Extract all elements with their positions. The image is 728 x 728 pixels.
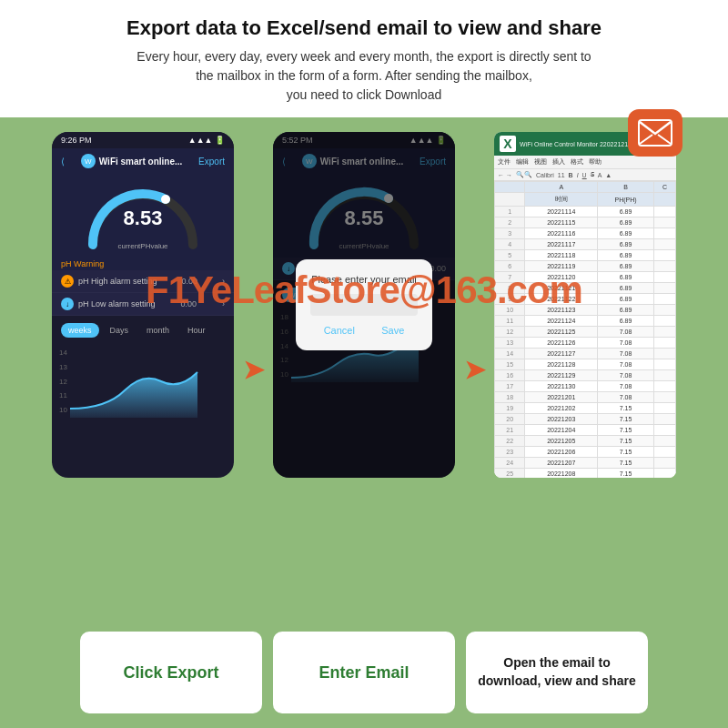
table-row: 22 20221205 7.15 [495,436,676,447]
card-enter-email[interactable]: Enter Email [273,632,455,713]
row-date: 20221118 [525,250,598,261]
phone2-mockup: 5:52 PM ▲▲▲ 🔋 ⟨ W WiFi smart online... E… [273,132,455,478]
tab-hour[interactable]: Hour [180,323,213,338]
row-ph: 6.89 [598,228,654,239]
table-row: 18 20221201 7.08 [495,392,676,403]
row-num: 1 [495,207,525,217]
dialog-buttons: Cancel Save [310,325,418,336]
table-row: 11 20221124 6.89 [495,316,676,327]
tab-days[interactable]: Days [103,323,136,338]
table-row: 3 20221116 6.89 [495,228,676,239]
dialog-overlay: Please enter your email Cancel Save [273,132,455,478]
phone1-high-alarm: ⚠ pH High alarm setting 0.00 › [52,270,234,293]
row-date: 20221122 [525,294,598,305]
table-row: 12 20221125 7.08 [495,327,676,338]
row-num: 6 [495,261,525,272]
row-date: 20221119 [525,261,598,272]
row-ph: 7.15 [598,414,654,425]
row-date: 20221120 [525,272,598,283]
table-row: 4 20221117 6.89 [495,239,676,250]
row-ph: 6.89 [598,239,654,250]
row-num: 9 [495,294,525,305]
table-row: 6 20221119 6.89 [495,261,676,272]
row-ph: 7.08 [598,381,654,392]
row-num: 18 [495,392,525,403]
table-row: 5 20221118 6.89 [495,250,676,261]
row-num: 20 [495,414,525,425]
phone1-week-tabs: weeks Days month Hour [52,316,234,345]
row-ph: 6.89 [598,305,654,316]
row-ph: 6.89 [598,250,654,261]
row-num: 3 [495,228,525,239]
arrow2: ➤ [464,355,485,385]
row-num: 24 [495,458,525,469]
table-row: 25 20221208 7.15 [495,469,676,479]
row-num: 11 [495,316,525,327]
row-ph: 7.15 [598,403,654,414]
bottom-cards: Click Export Enter Email Open the email … [0,622,728,728]
dialog-email-input[interactable] [310,294,418,316]
phone1-gauge: 8.53 currentPHvalue [79,181,207,254]
card-open-email[interactable]: Open the email to download, view and sha… [466,632,648,713]
row-num: 10 [495,305,525,316]
row-ph: 7.08 [598,359,654,370]
phone1-ph-warning: pH Warning [52,258,234,270]
table-row: 2 20221115 6.89 [495,217,676,228]
row-num: 7 [495,272,525,283]
row-ph: 7.08 [598,392,654,403]
row-num: 4 [495,239,525,250]
row-date: 20221115 [525,217,598,228]
screenshots-section: 9:26 PM ▲▲▲ 🔋 ⟨ W WiFi smart online... E… [0,117,728,622]
dialog-title: Please enter your email [310,274,418,285]
row-num: 15 [495,359,525,370]
row-num: 17 [495,381,525,392]
row-num: 5 [495,250,525,261]
row-ph: 7.15 [598,458,654,469]
row-date: 20221204 [525,425,598,436]
excel-icon: X [500,136,516,152]
phone1-chart: 14 13 12 11 10 [52,345,234,418]
excel-table-container: A B C 时间 PH(PH) 1 20221114 [494,181,676,478]
row-num-header [495,182,525,193]
row-ph: 6.89 [598,207,654,217]
table-row: 13 20221126 7.08 [495,338,676,349]
phone1-header: ⟨ W WiFi smart online... Export [52,148,234,174]
row-date: 20221205 [525,436,598,447]
excel-toolbar: 文件 编辑 视图 插入 格式 帮助 [494,156,676,169]
table-row: 23 20221206 7.15 [495,447,676,458]
row-date: 20221206 [525,447,598,458]
dialog-save-button[interactable]: Save [381,325,404,336]
row-date: 20221123 [525,305,598,316]
row-ph: 6.89 [598,217,654,228]
arrow1: ➤ [243,355,264,385]
table-row: 17 20221130 7.08 [495,381,676,392]
main-container: Export data to Excel/send email to view … [0,0,728,728]
email-dialog: Please enter your email Cancel Save [296,259,432,350]
card3-label: Open the email to download, view and sha… [475,654,639,690]
row-ph: 7.08 [598,338,654,349]
table-row: 1 20221114 6.89 [495,207,676,217]
row-date: 20221202 [525,403,598,414]
tab-month[interactable]: month [139,323,177,338]
header-section: Export data to Excel/send email to view … [0,0,728,117]
row-ph: 7.08 [598,370,654,381]
card2-label: Enter Email [318,663,409,682]
phone1-gauge-area: 8.53 currentPHvalue [52,174,234,258]
card-click-export[interactable]: Click Export [80,632,262,713]
tab-weeks[interactable]: weeks [61,323,99,338]
row-date: 20221130 [525,381,598,392]
high-alarm-dot: ⚠ [61,275,74,288]
row-num: 19 [495,403,525,414]
row-ph: 7.08 [598,349,654,359]
row-num: 25 [495,469,525,479]
row-ph: 6.89 [598,261,654,272]
row-date: 20221201 [525,392,598,403]
dialog-cancel-button[interactable]: Cancel [324,325,355,336]
phone1-mockup: 9:26 PM ▲▲▲ 🔋 ⟨ W WiFi smart online... E… [52,132,234,478]
table-row: 9 20221122 6.89 [495,294,676,305]
row-date: 20221207 [525,458,598,469]
email-icon [638,119,672,147]
row-ph: 6.89 [598,272,654,283]
row-num: 21 [495,425,525,436]
row-date: 20221117 [525,239,598,250]
